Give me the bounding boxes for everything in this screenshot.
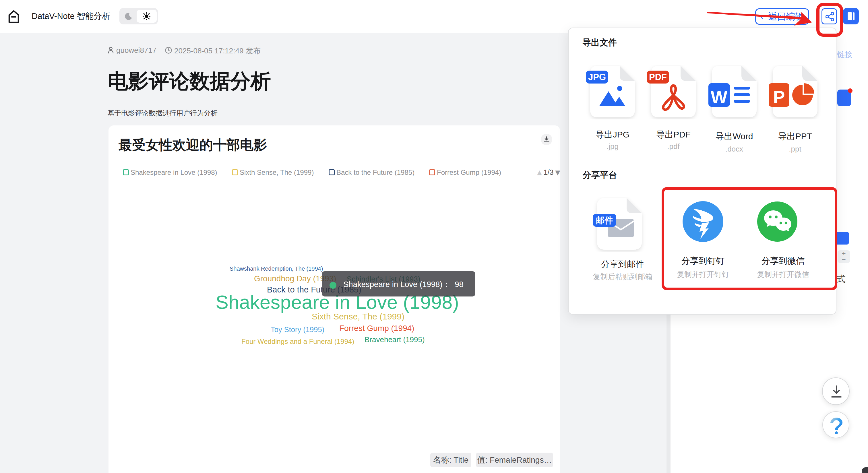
svg-text:JPG: JPG bbox=[588, 72, 606, 82]
svg-text:邮件: 邮件 bbox=[596, 216, 613, 225]
svg-text:P: P bbox=[773, 87, 785, 107]
svg-text:PDF: PDF bbox=[649, 72, 667, 82]
svg-text:W: W bbox=[711, 87, 727, 107]
